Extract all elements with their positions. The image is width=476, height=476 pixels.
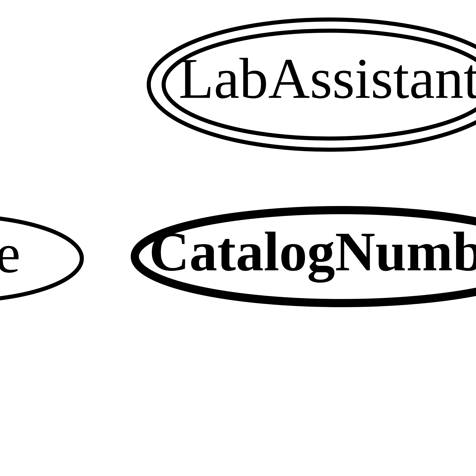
entity-lab-assistant: LabAssistant xyxy=(149,19,476,150)
er-diagram-canvas: LabAssistant CatalogNumber de xyxy=(0,0,476,476)
entity-lab-assistant-label: LabAssistant xyxy=(179,47,476,110)
attribute-de-partial: de xyxy=(0,216,82,301)
attribute-catalog-number: CatalogNumber xyxy=(135,210,476,303)
attribute-catalog-number-label: CatalogNumber xyxy=(149,221,476,283)
attribute-de-partial-label: de xyxy=(0,222,20,284)
